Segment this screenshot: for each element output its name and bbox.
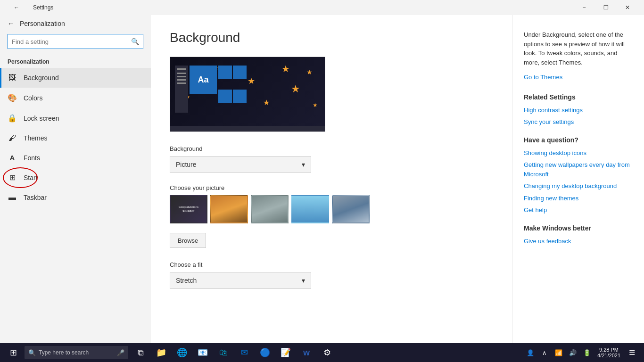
sidebar-title: Personalization bbox=[20, 20, 65, 27]
give-feedback-link[interactable]: Give us feedback bbox=[524, 237, 633, 246]
back-button[interactable]: ← bbox=[6, 0, 27, 15]
preview-small-tiles bbox=[218, 66, 247, 113]
close-button[interactable]: ✕ bbox=[617, 0, 638, 15]
have-question-title: Have a question? bbox=[524, 136, 633, 144]
related-settings-title: Related Settings bbox=[524, 93, 633, 101]
chrome-icon: 🔵 bbox=[260, 347, 270, 358]
finding-themes-link[interactable]: Finding new themes bbox=[524, 194, 633, 203]
outlook-icon: 📧 bbox=[198, 347, 208, 358]
taskbar-app-sticky[interactable]: 📝 bbox=[275, 343, 296, 362]
lock-screen-icon: 🔒 bbox=[8, 114, 17, 123]
edge-icon: 🌐 bbox=[177, 347, 187, 358]
background-select[interactable]: Picture ▾ bbox=[170, 156, 311, 173]
picture-thumb-4[interactable] bbox=[291, 195, 329, 223]
clock-date: 4/21/2021 bbox=[597, 353, 620, 358]
sidebar-item-start-label: Start bbox=[24, 174, 38, 181]
taskbar-app-store[interactable]: 🛍 bbox=[213, 343, 234, 362]
taskbar-app-word[interactable]: W bbox=[296, 343, 317, 362]
notification-icon[interactable]: ☰ bbox=[624, 343, 639, 362]
background-select-chevron: ▾ bbox=[302, 161, 305, 168]
taskbar-search[interactable]: 🔍 Type here to search 🎤 bbox=[25, 346, 128, 359]
picture-thumb-2[interactable] bbox=[210, 195, 248, 223]
sidebar-item-fonts[interactable]: A Fonts bbox=[0, 148, 151, 167]
browse-button[interactable]: Browse bbox=[170, 233, 206, 248]
taskbar-mic-icon: 🎤 bbox=[117, 349, 124, 356]
get-help-link[interactable]: Get help bbox=[524, 206, 633, 215]
go-to-themes-link[interactable]: Go to Themes bbox=[524, 73, 633, 82]
sidebar-back-button[interactable]: ← Personalization bbox=[0, 15, 151, 32]
getting-wallpapers-link[interactable]: Getting new wallpapers every day from Mi… bbox=[524, 160, 633, 179]
volume-icon[interactable]: 🔊 bbox=[566, 343, 579, 362]
right-panel: Under Background, select one of the opti… bbox=[512, 15, 644, 343]
high-contrast-link[interactable]: High contrast settings bbox=[524, 106, 633, 115]
sidebar-item-themes[interactable]: 🖌 Themes bbox=[0, 128, 151, 148]
search-input[interactable] bbox=[8, 38, 127, 45]
picture-thumb-3[interactable] bbox=[251, 195, 289, 223]
changing-background-link[interactable]: Changing my desktop background bbox=[524, 181, 633, 191]
taskbar-app-explorer[interactable]: 📁 bbox=[151, 343, 172, 362]
desktop-preview: ★ ★ ★ ★ ★ ★ ★ ★ bbox=[170, 57, 325, 132]
background-select-wrapper: Picture ▾ bbox=[170, 156, 311, 173]
preview-aa-tile: Aa bbox=[190, 66, 217, 94]
app-body: ← Personalization 🔍 Personalization 🖼 Ba… bbox=[0, 15, 644, 343]
back-arrow-icon: ← bbox=[8, 20, 14, 27]
battery-icon[interactable]: 🔋 bbox=[580, 343, 594, 362]
sidebar-item-background-label: Background bbox=[24, 74, 59, 82]
picture-thumb-1[interactable]: Congratulations 13800+ bbox=[170, 195, 207, 223]
network-icon[interactable]: 📶 bbox=[552, 343, 565, 362]
background-select-value: Picture bbox=[176, 161, 197, 168]
taskbar-apps: ⧉ 📁 🌐 📧 🛍 ✉ 🔵 📝 W ⚙ bbox=[130, 343, 338, 362]
showing-icons-link[interactable]: Showing desktop icons bbox=[524, 148, 633, 158]
main-content: Background ★ ★ ★ ★ ★ ★ ★ ★ bbox=[151, 15, 512, 343]
sidebar-item-lock-screen[interactable]: 🔒 Lock screen bbox=[0, 108, 151, 128]
sync-settings-link[interactable]: Sync your settings bbox=[524, 117, 633, 127]
choose-picture-label: Choose your picture bbox=[170, 184, 493, 191]
taskbar-app-task-view[interactable]: ⧉ bbox=[130, 343, 151, 362]
taskbar-search-icon: 🔍 bbox=[28, 349, 36, 356]
taskbar-app-edge[interactable]: 🌐 bbox=[172, 343, 192, 362]
search-icon: 🔍 bbox=[127, 38, 143, 45]
clock[interactable]: 9:28 PM 4/21/2021 bbox=[594, 347, 623, 358]
start-icon: ⊞ bbox=[8, 173, 17, 182]
colors-icon: 🎨 bbox=[8, 93, 17, 102]
taskbar-app-outlook[interactable]: 📧 bbox=[192, 343, 213, 362]
preview-taskbar bbox=[170, 126, 325, 132]
start-button[interactable]: ⊞ bbox=[2, 343, 25, 362]
sidebar-item-taskbar[interactable]: ▬ Taskbar bbox=[0, 188, 151, 207]
fit-select-wrapper: Stretch ▾ bbox=[170, 272, 311, 289]
taskbar-app-settings[interactable]: ⚙ bbox=[317, 343, 338, 362]
title-bar: ← Settings − ❐ ✕ bbox=[0, 0, 644, 15]
sidebar-item-colors-label: Colors bbox=[24, 94, 42, 102]
sidebar-section-label: Personalization bbox=[0, 55, 151, 68]
store-icon: 🛍 bbox=[219, 348, 228, 358]
thumb-1-text: Congratulations 13800+ bbox=[179, 206, 198, 214]
sidebar-item-lock-screen-label: Lock screen bbox=[24, 115, 59, 122]
sidebar-item-themes-label: Themes bbox=[24, 134, 48, 142]
maximize-button[interactable]: ❐ bbox=[595, 0, 617, 15]
fit-select[interactable]: Stretch ▾ bbox=[170, 272, 311, 289]
settings-icon: ⚙ bbox=[323, 347, 331, 358]
chevron-up-icon[interactable]: ∧ bbox=[538, 343, 551, 362]
picture-thumb-5[interactable] bbox=[332, 195, 370, 223]
sidebar-item-background[interactable]: 🖼 Background bbox=[0, 68, 151, 88]
minimize-button[interactable]: − bbox=[573, 0, 595, 15]
sticky-icon: 📝 bbox=[281, 347, 291, 358]
fonts-icon: A bbox=[8, 154, 17, 162]
mail-icon: ✉ bbox=[241, 347, 248, 358]
sidebar-item-taskbar-label: Taskbar bbox=[24, 194, 47, 201]
preview-tiles-area: Aa bbox=[175, 66, 247, 113]
taskbar-app-chrome[interactable]: 🔵 bbox=[255, 343, 275, 362]
sidebar-item-fonts-label: Fonts bbox=[24, 154, 40, 162]
people-icon[interactable]: 👤 bbox=[524, 343, 537, 362]
taskbar-search-text: Type here to search bbox=[39, 349, 89, 356]
task-view-icon: ⧉ bbox=[138, 348, 144, 358]
star-decoration: ★ bbox=[263, 98, 270, 107]
sidebar-search[interactable]: 🔍 bbox=[8, 34, 143, 49]
word-icon: W bbox=[303, 349, 310, 357]
sidebar: ← Personalization 🔍 Personalization 🖼 Ba… bbox=[0, 15, 151, 343]
choose-fit-label: Choose a fit bbox=[170, 261, 493, 268]
title-bar-left: ← Settings bbox=[6, 0, 53, 15]
sidebar-item-colors[interactable]: 🎨 Colors bbox=[0, 88, 151, 108]
sidebar-item-start[interactable]: ⊞ Start bbox=[0, 167, 151, 188]
taskbar-app-mail[interactable]: ✉ bbox=[234, 343, 255, 362]
